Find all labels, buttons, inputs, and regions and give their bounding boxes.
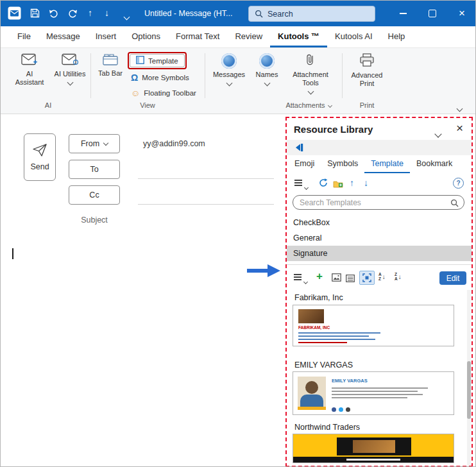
template-search-input[interactable] <box>293 195 464 210</box>
tab-message[interactable]: Message <box>38 26 88 47</box>
tab-kutools-ai[interactable]: Kutools AI <box>327 26 380 47</box>
more-symbols-label: More Symbols <box>142 74 189 81</box>
move-down-icon[interactable]: ↓ <box>364 178 368 187</box>
help-icon[interactable]: ? <box>453 178 464 189</box>
list-view-icon[interactable] <box>346 273 355 285</box>
compose-area: Send From yy@addin99.com To Cc Subject <box>1 114 285 467</box>
refresh-icon[interactable] <box>319 178 328 190</box>
folder-item-general[interactable]: General <box>287 230 472 246</box>
advanced-print-button[interactable]: Advanced Print <box>347 53 387 88</box>
search-icon <box>450 198 459 210</box>
preview-mode-icon[interactable] <box>359 271 375 285</box>
ai-group-label: AI <box>7 101 89 109</box>
outlook-app-icon[interactable] <box>8 6 21 22</box>
add-template-icon[interactable]: + <box>316 271 323 282</box>
more-symbols-button[interactable]: Ω More Symbols <box>131 73 189 82</box>
floating-toolbar-button[interactable]: ☺ Floating Toolbar <box>131 89 196 98</box>
item-menu-icon[interactable] <box>294 274 302 280</box>
names-label: Names <box>256 71 278 79</box>
envelope-utilities-icon <box>62 53 78 68</box>
folder-menu-icon[interactable] <box>294 180 302 186</box>
attachment-tools-label: Attachment Tools <box>289 71 332 87</box>
tab-format-text[interactable]: Format Text <box>168 26 227 47</box>
ribbon-tab-bar: File Message Insert Options Format Text … <box>1 26 475 48</box>
tab-file[interactable]: File <box>10 26 38 47</box>
sort-letter: Z <box>378 277 382 282</box>
titlebar: ↑ ↓ Untitled - Message (HT... Search × <box>1 1 475 26</box>
message-body[interactable] <box>1 237 276 467</box>
messages-label: Messages <box>213 71 245 79</box>
text-caret <box>12 248 13 259</box>
attachment-tools-button[interactable]: Attachment Tools <box>287 52 334 94</box>
sort-arrow: ↓ <box>382 274 386 280</box>
pane-tab-bookmark[interactable]: Bookmark <box>410 157 459 173</box>
pane-tab-symbols[interactable]: Symbols <box>321 157 364 173</box>
from-dropdown[interactable]: From <box>69 134 120 153</box>
cc-input[interactable] <box>138 185 274 205</box>
pane-tab-emoji[interactable]: Emoji <box>288 157 321 173</box>
signature-footer-strip <box>293 457 454 463</box>
chevron-down-icon <box>67 80 73 86</box>
quick-access-chevron-icon[interactable] <box>124 10 129 22</box>
tab-bar-label: Tab Bar <box>98 69 123 78</box>
to-button[interactable]: To <box>69 160 120 179</box>
signature-image <box>298 309 324 323</box>
template-button[interactable]: Template <box>130 54 185 67</box>
template-card-emily[interactable]: EMILY VARGAS <box>293 371 454 415</box>
tab-kutools[interactable]: Kutools ™ <box>270 26 327 47</box>
titlebar-search[interactable]: Search <box>248 6 375 22</box>
folder-item-checkbox[interactable]: CheckBox <box>287 215 472 230</box>
to-input[interactable] <box>138 160 274 179</box>
undo-icon[interactable] <box>49 8 59 18</box>
folder-item-signature[interactable]: Signature <box>287 246 472 261</box>
attachments-group-label: Attachments <box>270 101 347 109</box>
template-highlight-box: Template <box>128 52 187 69</box>
template-card-northwind[interactable] <box>293 434 454 463</box>
cc-label: Cc <box>89 191 99 200</box>
chevron-down-icon <box>226 80 232 87</box>
insert-image-icon[interactable] <box>332 273 341 284</box>
tab-bar-button[interactable]: Tab Bar <box>96 53 125 78</box>
template-item-label[interactable]: Fabrikam, Inc <box>294 293 343 302</box>
send-button[interactable]: Send <box>24 133 56 181</box>
move-up-icon[interactable]: ↑ <box>88 8 92 17</box>
template-item-label[interactable]: EMILY VARGAS <box>294 361 353 369</box>
cc-button[interactable]: Cc <box>69 185 120 205</box>
tab-help[interactable]: Help <box>380 26 413 47</box>
collapse-ribbon-chevron-icon[interactable] <box>457 102 462 114</box>
move-up-icon[interactable]: ↑ <box>350 178 354 187</box>
edit-button[interactable]: Edit <box>439 271 466 285</box>
tab-options[interactable]: Options <box>124 26 168 47</box>
scrollbar-thumb[interactable] <box>467 361 471 419</box>
template-item-label[interactable]: Northwind Traders <box>294 423 360 432</box>
sort-descending-icon[interactable]: ZA ↓ <box>395 273 402 281</box>
pane-collapse-chevron-icon[interactable] <box>436 128 441 139</box>
template-card-fabrikam[interactable]: FABRIKAM, INC <box>293 305 454 346</box>
maximize-button[interactable] <box>418 1 447 26</box>
ai-utilities-button[interactable]: AI Utilities <box>52 53 88 85</box>
redo-icon[interactable] <box>67 8 78 18</box>
signature-company-name: FABRIKAM, INC <box>298 325 330 330</box>
pane-tab-template[interactable]: Template <box>364 157 410 173</box>
tab-insert[interactable]: Insert <box>88 26 124 47</box>
folder-menu-chevron-icon[interactable] <box>305 180 308 192</box>
pane-close-icon[interactable]: × <box>456 121 463 135</box>
sort-ascending-icon[interactable]: AZ ↓ <box>378 273 386 281</box>
item-menu-chevron-icon[interactable] <box>304 275 307 286</box>
paperclip-icon <box>304 52 317 69</box>
names-button[interactable]: Names <box>252 53 282 85</box>
tab-review[interactable]: Review <box>227 26 270 47</box>
smiley-icon: ☺ <box>131 89 140 98</box>
save-icon[interactable] <box>30 8 40 18</box>
group-separator <box>205 53 205 98</box>
pin-icon[interactable] <box>294 143 304 155</box>
move-down-icon[interactable]: ↓ <box>105 8 109 17</box>
minimize-button[interactable] <box>388 1 418 26</box>
messages-button[interactable]: Messages <box>211 53 247 85</box>
titlebar-search-placeholder: Search <box>268 10 293 19</box>
new-folder-icon[interactable] <box>333 179 343 191</box>
close-button[interactable]: × <box>447 1 476 26</box>
ai-assistant-button[interactable]: AI Assistant <box>11 53 48 87</box>
view-group-label: View <box>94 101 201 109</box>
attachments-group-text: Attachments <box>285 101 325 109</box>
